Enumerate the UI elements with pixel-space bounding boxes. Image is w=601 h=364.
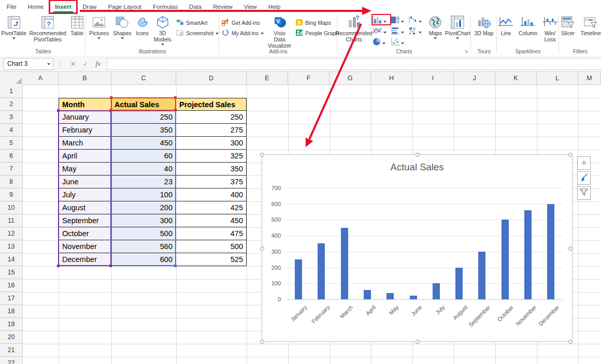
insert-hierarchy-chart-button[interactable] — [391, 16, 408, 26]
row-header-3[interactable]: 3 — [0, 111, 23, 124]
column-header-F[interactable]: F — [288, 71, 330, 85]
table-cell[interactable]: 60 — [111, 150, 176, 163]
row-header-2[interactable]: 2 — [0, 98, 23, 111]
row-header-19[interactable]: 19 — [0, 318, 23, 331]
tab-page-layout[interactable]: Page Layout — [102, 0, 147, 13]
pivottable-button[interactable]: PivotTable — [1, 14, 26, 39]
icons-button[interactable]: Icons — [136, 14, 149, 36]
insert-bar-chart-button[interactable] — [391, 26, 408, 37]
tab-view[interactable]: View — [238, 0, 263, 13]
tab-help[interactable]: Help — [263, 0, 287, 13]
tab-home[interactable]: Home — [22, 0, 50, 13]
table-header-cell[interactable]: Actual Sales — [111, 98, 176, 111]
table-cell[interactable]: 400 — [176, 188, 247, 201]
column-header-M[interactable]: M — [578, 71, 601, 85]
table-cell[interactable]: October — [59, 227, 111, 240]
row-header-9[interactable]: 9 — [0, 188, 23, 201]
table-cell[interactable]: March — [59, 137, 111, 150]
insert-statistic-chart-button[interactable] — [408, 26, 426, 37]
people-graph-button[interactable]: People Graph — [295, 29, 339, 37]
name-box[interactable]: Chart 3 — [3, 58, 53, 70]
column-header-H[interactable]: H — [371, 71, 412, 85]
chart-selection-handle[interactable] — [260, 246, 264, 251]
row-header-5[interactable]: 5 — [0, 137, 23, 150]
table-cell[interactable]: November — [59, 240, 111, 253]
sparkline-column-button[interactable]: Column — [518, 14, 538, 36]
table-cell[interactable]: January — [59, 111, 111, 124]
column-header-B[interactable]: B — [59, 71, 111, 85]
table-cell[interactable]: December — [59, 253, 111, 266]
3d-map-button[interactable]: 3D Map — [473, 14, 495, 36]
enter-entry-icon[interactable]: ✓ — [79, 60, 92, 68]
row-header-14[interactable]: 14 — [0, 253, 23, 266]
chart-selection-handle[interactable] — [260, 340, 264, 344]
select-all-corner[interactable] — [0, 71, 23, 85]
pivotchart-button[interactable]: PivotChart — [445, 14, 470, 39]
formula-input[interactable] — [107, 58, 601, 70]
column-header-G[interactable]: G — [330, 71, 371, 85]
embedded-chart[interactable]: Actual Sales 0100200300400500600700Janua… — [262, 154, 573, 342]
table-cell[interactable]: 100 — [111, 188, 176, 201]
tab-data[interactable]: Data — [183, 0, 207, 13]
sparkline-winloss-button[interactable]: Win/ Loss — [541, 14, 559, 42]
insert-line-chart-button[interactable] — [372, 26, 391, 37]
chart-selection-handle[interactable] — [568, 153, 573, 157]
visio-data-visualizer-button[interactable]: V Visio Data Visualizer — [268, 14, 291, 49]
row-header-21[interactable]: 21 — [0, 344, 23, 357]
row-header-4[interactable]: 4 — [0, 124, 23, 137]
chart-selection-handle[interactable] — [568, 246, 573, 251]
table-header-cell[interactable]: Month — [59, 98, 111, 111]
row-header-7[interactable]: 7 — [0, 163, 23, 176]
sparkline-line-button[interactable]: Line — [497, 14, 514, 36]
table-button[interactable]: Table — [69, 14, 85, 36]
insert-pie-chart-button[interactable] — [372, 37, 391, 48]
tab-formulas[interactable]: Formulas — [147, 0, 183, 13]
insert-function-icon[interactable]: fx — [92, 60, 104, 68]
column-header-D[interactable]: D — [176, 71, 247, 85]
recommended-pivottables-button[interactable]: ? Recommended PivotTables — [30, 14, 66, 42]
recommended-charts-button[interactable]: ? Recommended Charts — [338, 14, 370, 42]
insert-scatter-chart-button[interactable] — [391, 37, 408, 48]
chart-filters-button[interactable] — [577, 186, 591, 200]
tab-insert[interactable]: Insert — [49, 0, 77, 13]
chart-selection-handle[interactable] — [260, 153, 264, 157]
table-cell[interactable]: April — [59, 150, 111, 163]
tab-review[interactable]: Review — [207, 0, 238, 13]
column-header-L[interactable]: L — [537, 71, 578, 85]
row-header-12[interactable]: 12 — [0, 227, 23, 240]
smartart-button[interactable]: SmartArt — [176, 19, 219, 27]
column-header-A[interactable]: A — [23, 71, 59, 85]
table-cell[interactable]: 325 — [176, 150, 247, 163]
table-cell[interactable]: 350 — [111, 124, 176, 137]
row-header-20[interactable]: 20 — [0, 331, 23, 344]
row-header-1[interactable]: 1 — [0, 85, 23, 98]
table-cell[interactable]: 300 — [111, 214, 176, 227]
table-cell[interactable]: 250 — [111, 111, 176, 124]
table-cell[interactable]: 375 — [176, 176, 247, 188]
pictures-button[interactable]: Pictures — [89, 14, 109, 39]
row-header-8[interactable]: 8 — [0, 176, 23, 188]
table-cell[interactable]: September — [59, 214, 111, 227]
chart-elements-button[interactable]: + — [577, 156, 591, 170]
table-header-cell[interactable]: Projected Sales — [176, 98, 247, 111]
table-cell[interactable]: 275 — [176, 124, 247, 137]
my-addins-button[interactable]: My Add-ins — [222, 29, 264, 37]
row-header-17[interactable]: 17 — [0, 292, 23, 305]
row-header-15[interactable]: 15 — [0, 266, 23, 279]
chart-selection-handle[interactable] — [416, 153, 420, 157]
shapes-button[interactable]: Shapes — [113, 14, 132, 39]
timeline-button[interactable]: Timeline — [580, 14, 601, 36]
column-header-K[interactable]: K — [495, 71, 537, 85]
table-cell[interactable]: 560 — [111, 240, 176, 253]
get-addins-button[interactable]: Get Add-ins — [222, 19, 264, 27]
table-cell[interactable]: 200 — [111, 201, 176, 214]
insert-waterfall-chart-button[interactable] — [408, 16, 426, 26]
row-header-16[interactable]: 16 — [0, 279, 23, 292]
table-cell[interactable]: 40 — [111, 163, 176, 176]
table-cell[interactable]: May — [59, 163, 111, 176]
name-box-chevron-icon[interactable] — [47, 63, 50, 65]
insert-column-chart-button[interactable] — [372, 16, 391, 26]
charts-dialog-launcher-icon[interactable]: ⇘ — [464, 49, 468, 54]
cancel-entry-icon[interactable]: ✕ — [67, 60, 79, 68]
table-cell[interactable]: 300 — [176, 137, 247, 150]
